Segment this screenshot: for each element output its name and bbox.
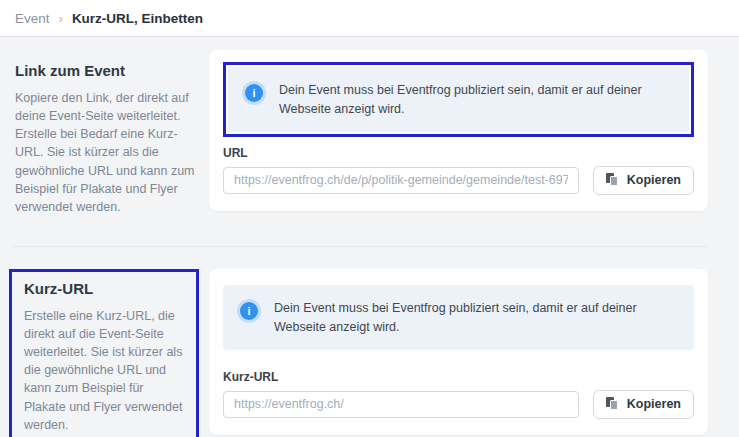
section-heading: Kurz-URL xyxy=(24,280,187,297)
section-intro: Link zum Event Kopiere den Link, der dir… xyxy=(15,50,195,216)
info-alert-text: Dein Event muss bei Eventfrog publiziert… xyxy=(274,297,678,338)
breadcrumb-link-event[interactable]: Event xyxy=(15,11,50,26)
copy-button-label: Kopieren xyxy=(627,173,681,187)
page-title: Kurz-URL, Einbetten xyxy=(72,11,203,26)
kurz-url-input[interactable] xyxy=(223,391,579,418)
section-description: Kopiere den Link, der direkt auf deine E… xyxy=(15,89,195,216)
info-alert-text: Dein Event muss bei Eventfrog publiziert… xyxy=(279,79,673,120)
info-alert: i Dein Event muss bei Eventfrog publizie… xyxy=(223,285,694,350)
breadcrumb: Event › Kurz-URL, Einbetten xyxy=(0,0,739,37)
copy-icon xyxy=(606,397,619,411)
copy-icon xyxy=(606,173,619,187)
info-alert: i Dein Event muss bei Eventfrog publizie… xyxy=(228,67,689,132)
copy-kurz-url-button[interactable]: Kopieren xyxy=(593,390,694,419)
url-field-label: URL xyxy=(223,146,694,160)
kurz-url-field-label: Kurz-URL xyxy=(223,370,694,384)
kurz-url-card: i Dein Event muss bei Eventfrog publizie… xyxy=(209,269,708,435)
section-heading: Link zum Event xyxy=(15,62,195,79)
link-card: i Dein Event muss bei Eventfrog publizie… xyxy=(209,50,708,211)
copy-button-label: Kopieren xyxy=(627,397,681,411)
section-kurz-url: Kurz-URL Erstelle eine Kurz-URL, die dir… xyxy=(15,269,708,437)
section-intro: Kurz-URL Erstelle eine Kurz-URL, die dir… xyxy=(9,269,199,437)
section-description: Erstelle eine Kurz-URL, die direkt auf d… xyxy=(24,307,187,434)
info-icon: i xyxy=(245,84,263,102)
copy-url-button[interactable]: Kopieren xyxy=(593,166,694,195)
main-content: Link zum Event Kopiere den Link, der dir… xyxy=(0,37,739,437)
kurz-url-field-group: Kurz-URL Kopieren xyxy=(223,370,694,419)
info-icon: i xyxy=(240,302,258,320)
annotation-highlight-box: i Dein Event muss bei Eventfrog publizie… xyxy=(223,62,694,137)
annotation-highlight-box: Kurz-URL Erstelle eine Kurz-URL, die dir… xyxy=(9,269,199,437)
url-field-group: URL Kopieren xyxy=(223,146,694,195)
section-divider xyxy=(13,246,708,247)
url-input[interactable] xyxy=(223,167,579,194)
chevron-right-icon: › xyxy=(59,11,63,26)
section-link-zum-event: Link zum Event Kopiere den Link, der dir… xyxy=(15,50,708,216)
